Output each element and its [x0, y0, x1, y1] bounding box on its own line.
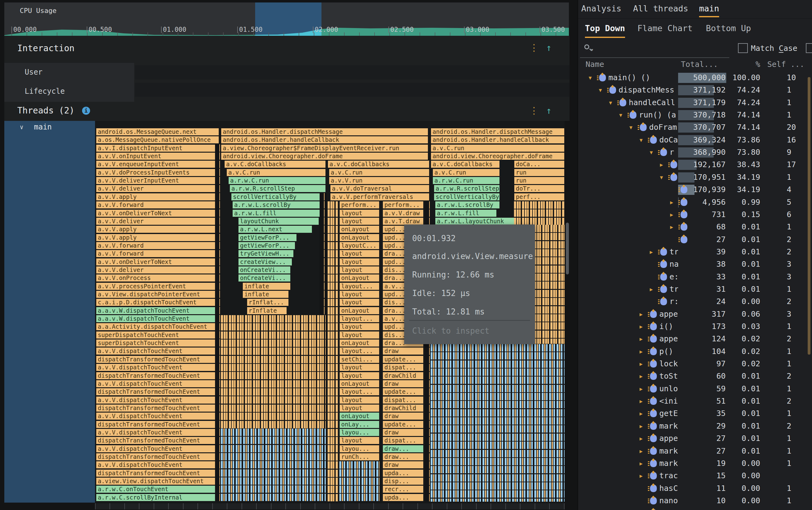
- chevron-right-icon[interactable]: ▸: [640, 445, 647, 457]
- tab-analysis[interactable]: Analysis: [581, 0, 621, 17]
- percent-value: 0.99: [732, 196, 760, 208]
- lifecycle-lane-track[interactable]: [135, 83, 570, 97]
- tree-row[interactable]: ▸tr390.012: [578, 246, 812, 258]
- tree-row[interactable]: ▸p()1040.021: [578, 346, 812, 358]
- tree-row[interactable]: nano100.001: [578, 494, 812, 507]
- chevron-right-icon[interactable]: ▸: [650, 246, 657, 258]
- tree-row[interactable]: ▸192,16738.4317: [578, 158, 812, 171]
- info-icon[interactable]: i: [82, 107, 90, 115]
- tree-row[interactable]: ▾handleCall371,17974.241: [578, 96, 812, 109]
- tree-row[interactable]: ▸7310.156: [578, 208, 812, 221]
- tree-row[interactable]: ▸tr310.011: [578, 283, 812, 295]
- tree-row[interactable]: 270.012: [578, 233, 812, 246]
- tree-row[interactable]: ▾main() ()500,000100.0010: [578, 71, 812, 84]
- chevron-right-icon[interactable]: ▸: [640, 457, 647, 470]
- tree-row[interactable]: r:240.002: [578, 295, 812, 308]
- tree-row[interactable]: ▸appe270.011: [578, 432, 812, 445]
- chevron-right-icon[interactable]: ▸: [640, 395, 647, 407]
- match-case-checkbox[interactable]: [738, 43, 748, 53]
- chevron-right-icon[interactable]: ▸: [670, 221, 677, 233]
- tree-row[interactable]: ▸unlo590.011: [578, 383, 812, 395]
- chevron-down-icon[interactable]: ▾: [599, 84, 606, 96]
- regex-checkbox[interactable]: [806, 43, 812, 53]
- column-header-name[interactable]: Name: [585, 60, 604, 69]
- chevron-right-icon[interactable]: ▸: [640, 308, 647, 320]
- tree-row[interactable]: ▸trac150.00: [578, 470, 812, 482]
- collapse-section-icon[interactable]: ↑: [546, 43, 552, 53]
- chevron-down-icon[interactable]: ▾: [650, 146, 657, 158]
- kebab-menu-icon[interactable]: ⋮: [529, 106, 539, 115]
- column-header-percent[interactable]: %: [745, 60, 760, 69]
- column-header-total[interactable]: Total...: [681, 60, 718, 69]
- search-icon[interactable]: ▾: [584, 44, 594, 54]
- tree-row[interactable]: hasC110.001: [578, 482, 812, 494]
- tree-row[interactable]: ▸<ini510.012: [578, 395, 812, 407]
- cpu-usage-timeline[interactable]: 00.00000.50001.00001.50002.00002.50003.0…: [4, 2, 569, 36]
- chevron-right-icon[interactable]: ▸: [640, 420, 647, 432]
- kebab-menu-icon[interactable]: ⋮: [529, 43, 539, 53]
- trace-tooltip[interactable]: 00:01.932 android.view.View.measure Runn…: [404, 224, 535, 344]
- chevron-right-icon[interactable]: ▸: [660, 158, 667, 171]
- tree-row[interactable]: ▸appe3170.063: [578, 308, 812, 320]
- chevron-right-icon[interactable]: ▸: [640, 407, 647, 420]
- percent-value: 38.43: [732, 158, 760, 171]
- tab-flame-chart[interactable]: Flame Chart: [637, 19, 693, 38]
- method-name: p(): [659, 346, 678, 358]
- chevron-right-icon[interactable]: ▸: [640, 370, 647, 382]
- tree-row[interactable]: 90.00: [578, 507, 812, 510]
- tree-row[interactable]: ▸680.011: [578, 221, 812, 233]
- collapse-section-icon[interactable]: ↑: [546, 106, 552, 115]
- tree-row[interactable]: ▾r368,99073.809: [578, 146, 812, 158]
- timeline-selection[interactable]: [255, 2, 321, 36]
- tree-row[interactable]: ▾dispatchMess371,19274.241: [578, 84, 812, 96]
- column-header-self[interactable]: Self ...: [767, 60, 804, 69]
- chevron-right-icon[interactable]: ▸: [650, 283, 657, 295]
- chevron-right-icon[interactable]: ▸: [640, 320, 647, 333]
- chevron-down-icon[interactable]: ▾: [629, 121, 637, 133]
- tree-row[interactable]: ▾doCa369,32473.8616: [578, 134, 812, 146]
- tree-row[interactable]: ▸i()1730.031: [578, 320, 812, 333]
- chevron-right-icon[interactable]: ▸: [670, 196, 677, 208]
- chart-vertical-scrollbar[interactable]: [566, 222, 569, 274]
- chevron-right-icon[interactable]: ▸: [640, 470, 647, 482]
- tree-row[interactable]: ▾run() (a370,71874.141: [578, 109, 812, 121]
- tree-row[interactable]: ▸mark190.001: [578, 457, 812, 470]
- chevron-right-icon[interactable]: ▸: [640, 358, 647, 370]
- tree-row[interactable]: na380.013: [578, 258, 812, 270]
- chevron-down-icon[interactable]: ▾: [640, 134, 647, 146]
- tree-row[interactable]: ▸lock970.021: [578, 358, 812, 370]
- chevron-right-icon[interactable]: ▸: [640, 346, 647, 358]
- chevron-down-icon[interactable]: ▾: [609, 96, 616, 109]
- tree-row[interactable]: ▸toSt600.012: [578, 370, 812, 382]
- search-input[interactable]: [597, 42, 726, 56]
- method-name: tr: [669, 246, 678, 258]
- tree-row[interactable]: ▸4,9560.995: [578, 196, 812, 208]
- chevron-right-icon[interactable]: ▸: [670, 208, 677, 221]
- tree-row[interactable]: ▾170,95134.191: [578, 171, 812, 183]
- chevron-down-icon[interactable]: ∨: [20, 123, 24, 131]
- chevron-right-icon[interactable]: ▸: [640, 333, 647, 345]
- method-icon: [650, 360, 657, 367]
- tree-row[interactable]: 170,93934.194: [578, 183, 812, 196]
- total-value: 170,951: [680, 171, 726, 183]
- chart-horizontal-scrollbar[interactable]: [95, 503, 564, 509]
- tab-bottom-up[interactable]: Bottom Up: [706, 19, 751, 38]
- tab-all-threads[interactable]: All threads: [633, 0, 688, 17]
- tree-row[interactable]: ▸getE350.011: [578, 407, 812, 420]
- user-lane-track[interactable]: [135, 65, 570, 80]
- tooltip-total: Total: 12.81 ms: [412, 307, 485, 317]
- tree-row[interactable]: ▸appe1240.022: [578, 333, 812, 345]
- tab-main[interactable]: main: [699, 0, 719, 17]
- chevron-right-icon[interactable]: ▸: [640, 383, 647, 395]
- match-case-label[interactable]: Match Case: [751, 44, 798, 53]
- tree-row[interactable]: ▾doFram370,70774.1420: [578, 121, 812, 133]
- tab-top-down[interactable]: Top Down: [585, 19, 625, 38]
- tree-row[interactable]: ▸mark290.012: [578, 420, 812, 432]
- chevron-down-icon[interactable]: ▾: [660, 171, 667, 183]
- chevron-down-icon[interactable]: ▾: [589, 71, 596, 84]
- chevron-right-icon[interactable]: ▸: [640, 432, 647, 445]
- chevron-down-icon[interactable]: ▾: [619, 109, 627, 121]
- thread-sidebar-main[interactable]: ∨ main: [4, 121, 95, 503]
- tree-row[interactable]: e:330.013: [578, 271, 812, 283]
- tree-row[interactable]: ▸mark270.011: [578, 445, 812, 457]
